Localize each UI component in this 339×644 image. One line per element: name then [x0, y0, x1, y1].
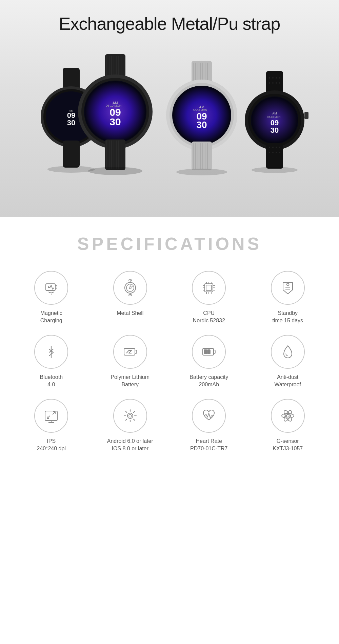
svg-point-84: [276, 152, 277, 153]
spec-standby: Standbytime 15 days: [250, 271, 326, 325]
svg-point-66: [276, 82, 277, 84]
specs-grid: MagneticCharging Metal Shell: [7, 271, 332, 452]
atom-icon: [279, 407, 297, 425]
hero-section: Exchangeable Metal/Pu strap AM 09 30: [0, 0, 339, 217]
svg-point-61: [272, 77, 274, 79]
water-drop-icon: [279, 343, 297, 361]
svg-point-62: [276, 77, 277, 79]
svg-rect-7: [63, 141, 80, 168]
svg-rect-118: [124, 348, 135, 355]
svg-text:30: 30: [196, 120, 207, 130]
spec-battery-capacity: Battery capacity200mAh: [171, 335, 247, 389]
standby-icon-circle: [271, 271, 305, 305]
svg-point-80: [276, 147, 277, 148]
heart-rate-label: Heart RatePD70-01C-TR7: [190, 437, 227, 453]
spec-gsensor: G-sensorKXTJ3-1057: [250, 399, 326, 453]
gsensor-label: G-sensorKXTJ3-1057: [273, 437, 303, 453]
svg-point-97: [129, 287, 131, 289]
metal-shell-label: Metal Shell: [117, 309, 143, 317]
metal-shell-icon-circle: [113, 271, 147, 305]
spec-waterproof: Anti-dustWaterproof: [250, 335, 326, 389]
watch-case-icon: [121, 279, 139, 297]
magnetic-charging-icon-circle: [34, 271, 68, 305]
bluetooth-icon-circle: [34, 335, 68, 369]
screen-icon: [42, 407, 60, 425]
svg-point-81: [279, 147, 280, 148]
svg-rect-121: [214, 350, 215, 353]
hero-title: Exchangeable Metal/Pu strap: [7, 14, 332, 34]
android-ios-label: Android 6.0 or laterIOS 8.0 or later: [107, 437, 153, 453]
ips-label: IPS240*240 dpi: [37, 437, 66, 453]
battery-capacity-icon: [200, 343, 218, 361]
svg-rect-123: [207, 350, 210, 354]
specs-section: SPECIFICATIONS MagneticCharging: [0, 217, 339, 466]
svg-point-64: [269, 82, 270, 84]
polymer-battery-label: Polymer LithiumBattery: [111, 373, 149, 389]
heart-rate-icon-circle: [192, 399, 226, 433]
svg-point-82: [269, 152, 270, 153]
svg-point-8: [47, 166, 95, 173]
chip-icon: [200, 279, 218, 297]
svg-text:AM: AM: [272, 112, 277, 115]
spec-polymer-battery: Polymer LithiumBattery: [93, 335, 168, 389]
waterproof-icon-circle: [271, 335, 305, 369]
cpu-label: CPUNordic 52832: [193, 309, 225, 325]
spec-ips: IPS240*240 dpi: [14, 399, 89, 453]
svg-rect-122: [204, 350, 207, 354]
svg-line-127: [47, 416, 50, 418]
svg-text:06-10 MON: 06-10 MON: [267, 115, 281, 119]
svg-rect-25: [105, 139, 125, 170]
svg-point-131: [286, 414, 289, 417]
svg-point-78: [269, 147, 270, 148]
svg-text:30: 30: [109, 116, 121, 127]
spec-android-ios: Android 6.0 or laterIOS 8.0 or later: [93, 399, 168, 453]
svg-point-33: [88, 167, 142, 175]
spec-magnetic-charging: MagneticCharging: [14, 271, 89, 325]
spec-bluetooth: Bluetooth4.0: [14, 335, 89, 389]
waterproof-label: Anti-dustWaterproof: [274, 373, 301, 389]
battery-capacity-icon-circle: [192, 335, 226, 369]
svg-point-85: [279, 152, 280, 153]
bluetooth-label: Bluetooth4.0: [40, 373, 63, 389]
battery-capacity-label: Battery capacity200mAh: [190, 373, 228, 389]
svg-rect-119: [135, 350, 137, 353]
cpu-icon-circle: [192, 271, 226, 305]
standby-label: Standbytime 15 days: [272, 309, 303, 325]
spec-metal-shell: Metal Shell: [93, 271, 168, 325]
svg-point-83: [272, 152, 274, 153]
svg-rect-76: [304, 112, 308, 119]
svg-point-63: [279, 77, 280, 79]
svg-point-60: [269, 77, 270, 79]
svg-text:30: 30: [67, 119, 75, 127]
svg-point-130: [129, 414, 132, 417]
heart-rate-icon: [200, 407, 218, 425]
svg-line-99: [131, 286, 133, 287]
android-ios-icon-circle: [113, 399, 147, 433]
svg-point-86: [252, 167, 298, 173]
polymer-battery-icon-circle: [113, 335, 147, 369]
bluetooth-icon: [42, 343, 60, 361]
tag-icon: [279, 279, 297, 297]
svg-point-114: [286, 283, 289, 286]
svg-point-79: [272, 147, 274, 148]
svg-point-58: [176, 169, 227, 175]
svg-line-128: [53, 412, 55, 414]
gear-icon: [121, 407, 139, 425]
svg-point-67: [279, 82, 280, 84]
svg-point-65: [272, 82, 274, 84]
svg-rect-77: [266, 143, 283, 169]
watches-image: AM 09 30: [7, 47, 332, 196]
svg-point-129: [127, 413, 133, 418]
svg-text:30: 30: [271, 126, 279, 134]
ips-icon-circle: [34, 399, 68, 433]
gsensor-icon-circle: [271, 399, 305, 433]
svg-rect-101: [206, 285, 212, 291]
specs-title: SPECIFICATIONS: [7, 234, 332, 254]
magnetic-charging-label: MagneticCharging: [40, 309, 62, 325]
battery-z-icon: [121, 343, 139, 361]
svg-rect-50: [192, 142, 212, 170]
spec-cpu: CPUNordic 52832: [171, 271, 247, 325]
svg-rect-88: [55, 285, 57, 289]
battery-magnetic-icon: [42, 279, 60, 297]
spec-heart-rate: Heart RatePD70-01C-TR7: [171, 399, 247, 453]
